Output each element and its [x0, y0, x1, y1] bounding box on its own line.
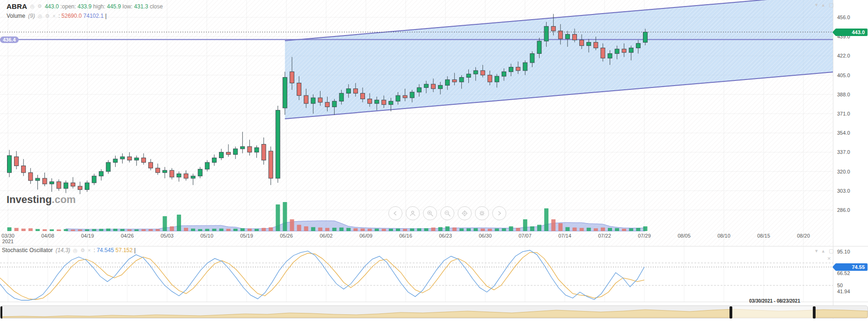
pane-separator[interactable] — [0, 302, 868, 302]
candle-up — [113, 159, 117, 162]
zoom-out-nav-button[interactable] — [440, 206, 454, 220]
chevron-left-nav-button[interactable] — [388, 206, 402, 220]
candle-up — [565, 34, 569, 39]
target-nav-button[interactable] — [458, 206, 472, 220]
volume-bar — [134, 229, 139, 231]
person-nav-button[interactable] — [406, 206, 420, 220]
price-tick-label: 337.0 — [837, 149, 850, 155]
settings-icon[interactable]: ⚙ — [45, 14, 50, 19]
close-icon[interactable]: × — [88, 248, 91, 253]
candle-up — [495, 76, 499, 82]
volume-legend: Volume (9) ◎ ⚙ × : 52690.0 74102.1 | — [7, 13, 107, 19]
visibility-icon[interactable]: ◎ — [73, 248, 78, 253]
date-label: 04/26 — [121, 233, 134, 239]
legend-value: 443.0 — [45, 3, 59, 10]
volume-bar — [219, 229, 224, 231]
volume-bar — [608, 228, 612, 231]
candle-up — [424, 84, 428, 87]
candle-down — [71, 183, 75, 186]
candle-down — [141, 158, 146, 163]
candle-down — [488, 75, 492, 82]
date-label: 06/16 — [399, 233, 412, 239]
candle-up — [99, 172, 103, 176]
candle-down — [170, 170, 174, 177]
volume-bar — [375, 229, 379, 231]
scrollbar-track[interactable] — [0, 305, 868, 319]
volume-bar — [481, 229, 485, 231]
price-axis[interactable]: 456.0439.0422.0405.0388.0371.0354.0337.0… — [833, 0, 868, 319]
volume-bar — [325, 228, 329, 231]
candle-down — [262, 144, 266, 160]
candle-up — [445, 80, 450, 85]
main-pane-icons[interactable]: ▾ ▴ ▢ — [815, 2, 835, 8]
volume-bar — [7, 227, 12, 231]
logo-bold: Investing — [7, 194, 52, 205]
time-scrollbar[interactable] — [0, 305, 868, 319]
candle-up — [509, 67, 513, 72]
volume-bar — [346, 228, 350, 231]
date-label-year: 2021 — [1, 239, 15, 244]
volume-legend-name: Volume — [7, 13, 25, 19]
chart-canvas[interactable] — [0, 0, 868, 326]
volume-bar — [403, 229, 407, 231]
volume-bar — [431, 227, 436, 231]
date-label: 07/29 — [638, 233, 651, 239]
volume-bar — [191, 229, 195, 231]
close-icon[interactable]: × — [52, 14, 55, 19]
settings-icon[interactable]: ⚙ — [80, 248, 85, 253]
candle-down — [297, 83, 301, 96]
candle-up — [50, 181, 54, 184]
stoch-k-line — [0, 250, 644, 300]
candle-down — [156, 168, 160, 173]
volume-bar — [601, 227, 605, 231]
date-label: 07/14 — [558, 233, 571, 239]
settings-icon[interactable]: ⚙ — [37, 4, 42, 9]
volume-bar — [488, 229, 492, 231]
zoom-in-nav-button[interactable] — [423, 206, 437, 220]
price-tick-label: 422.0 — [837, 53, 850, 58]
volume-bar — [410, 228, 414, 231]
volume-bar — [241, 228, 245, 231]
candle-down — [481, 71, 485, 75]
candle-down — [304, 95, 308, 103]
candle-down — [573, 34, 577, 40]
gear-nav-button[interactable] — [475, 206, 489, 220]
candle-up — [311, 98, 315, 103]
legend-label: :open: — [60, 3, 76, 10]
volume-bar — [460, 228, 464, 231]
candle-down — [580, 40, 584, 45]
legend-label: high: — [93, 3, 105, 10]
candle-down — [431, 84, 436, 89]
stoch-tick-label: 95.10 — [837, 249, 850, 254]
volume-bar — [226, 229, 231, 231]
date-label: 05/19 — [240, 233, 253, 239]
scrollbar-handle-right[interactable] — [813, 306, 816, 319]
candle-down — [57, 181, 61, 188]
scrollbar-view-window[interactable] — [731, 306, 813, 319]
pane-separator[interactable] — [0, 246, 868, 246]
volume-bar — [106, 229, 110, 231]
volume-bar — [99, 229, 103, 231]
price-tick-label: 286.0 — [837, 207, 850, 213]
volume-bar — [622, 229, 626, 231]
volume-bar — [113, 229, 117, 231]
volume-bar — [445, 226, 450, 231]
volume-bar — [149, 229, 153, 231]
volume-bar — [502, 228, 506, 231]
candle-up — [191, 176, 195, 178]
visibility-icon[interactable]: ◎ — [30, 4, 35, 9]
volume-bar — [198, 229, 202, 231]
visibility-icon[interactable]: ◎ — [38, 14, 43, 19]
date-label: 06/09 — [359, 233, 372, 239]
volume-bar — [417, 228, 421, 231]
stoch-pane-close-icon[interactable]: × — [827, 255, 831, 262]
symbol-name: ABRA — [7, 2, 27, 10]
stoch-pane-icons[interactable]: ▾ ▴ ▢ — [815, 248, 835, 254]
volume-bar — [141, 229, 146, 231]
chevron-right-nav-button[interactable] — [492, 206, 506, 220]
candle-up — [608, 54, 612, 58]
volume-bar — [36, 229, 40, 231]
scrollbar-handle-left[interactable] — [729, 306, 732, 319]
volume-bar — [551, 219, 555, 231]
stoch-tick-label: 66.52 — [837, 270, 850, 276]
